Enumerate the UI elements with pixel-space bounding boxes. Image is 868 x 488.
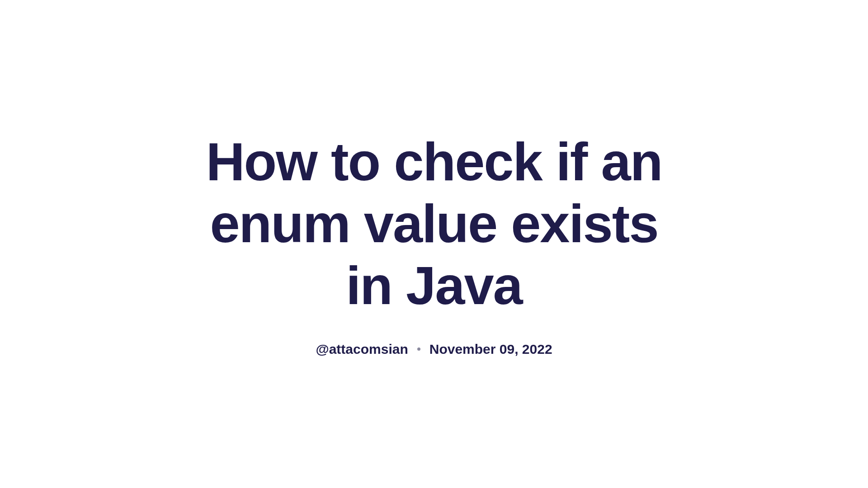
article-header: How to check if an enum value exists in … [163, 131, 705, 357]
author-handle: @attacomsian [316, 342, 408, 357]
article-meta: @attacomsian November 09, 2022 [181, 342, 687, 357]
article-title: How to check if an enum value exists in … [181, 131, 687, 317]
meta-separator [417, 347, 420, 351]
publish-date: November 09, 2022 [429, 342, 552, 357]
